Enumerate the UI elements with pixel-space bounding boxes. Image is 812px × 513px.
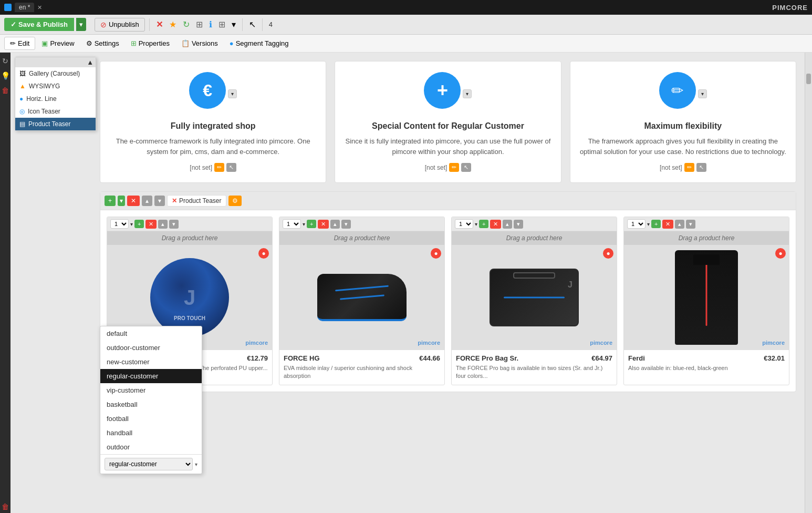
shop-card-desc: The e-commerce framework is fully integr… (109, 136, 317, 157)
dropdown-item-handball[interactable]: handball (100, 426, 202, 440)
wysiwyg-icon: ▲ (19, 83, 26, 90)
bookmark-icon-btn[interactable]: ★ (167, 17, 179, 32)
tab-icon (4, 4, 12, 11)
sidebar-bulb-icon[interactable]: 💡 (1, 71, 10, 80)
pt-add-button[interactable]: + (105, 196, 116, 206)
main-content: ↻ 💡 🗑 ▲ 🖼 Gallery (Carousel) ▲ WYSIWYG ●… (0, 53, 812, 513)
dropdown-item-football[interactable]: football (100, 412, 202, 426)
dropdown-item-outdoor2[interactable]: outdoor (100, 440, 202, 454)
flex-pointer-button[interactable]: ↖ (696, 163, 706, 172)
card-icon-row-shop: € ▾ (189, 72, 237, 115)
pt-settings-button[interactable]: ⚙ (228, 196, 242, 206)
sidebar-refresh-icon[interactable]: ↻ (2, 57, 8, 65)
secondary-toolbar: ✏ Edit ▣ Preview ⚙ Settings ⊞ Properties… (0, 35, 812, 53)
shop-edit-button[interactable]: ✏ (214, 163, 224, 172)
refresh-icon-btn[interactable]: ↻ (181, 17, 192, 32)
drag-area-force-hg[interactable]: Drag a product here (279, 231, 444, 245)
drag-area-force-bag[interactable]: Drag a product here (452, 231, 617, 245)
pi-up-force-bag[interactable]: ▴ (503, 220, 512, 229)
flex-edit-button[interactable]: ✏ (684, 163, 694, 172)
scroll-area[interactable]: ▲ 🖼 Gallery (Carousel) ▲ WYSIWYG ● Horiz… (11, 53, 805, 513)
special-edit-button[interactable]: ✏ (449, 163, 459, 172)
pi-up-force-hg[interactable]: ▴ (330, 220, 340, 229)
pi-down-force-bag[interactable]: ▾ (514, 220, 523, 229)
dropdown-item-new[interactable]: new-customer (100, 355, 202, 369)
product-item-force-bag: 1 ▾ + ✕ ▴ ▾ Drag a product here (451, 217, 617, 385)
pi-delete-force-hg[interactable]: ✕ (318, 220, 329, 229)
pi-down-force-hg[interactable]: ▾ (341, 220, 351, 229)
tab-segment-tagging[interactable]: ● Segment Tagging (224, 37, 294, 49)
tab-properties[interactable]: ⊞ Properties (126, 37, 175, 49)
scroll-thumb[interactable] (806, 74, 811, 84)
product-remove-ferdi[interactable]: ● (775, 248, 786, 259)
product-remove-force-hg[interactable]: ● (431, 248, 441, 259)
grid-icon-btn[interactable]: ⊞ (216, 17, 227, 32)
shop-icon-dropdown[interactable]: ▾ (228, 89, 237, 98)
pi-down-court[interactable]: ▾ (169, 220, 179, 229)
info-icon-btn[interactable]: ℹ (207, 17, 214, 32)
add-area-icon-btn[interactable]: ⊞ (194, 17, 205, 32)
pt-delete-button[interactable]: ✕ (127, 196, 140, 206)
dropdown-item-default[interactable]: default (100, 326, 202, 341)
top-bar-left: en * ✕ (4, 3, 42, 12)
dropdown-select[interactable]: regular-customer (105, 458, 193, 470)
tab-close-icon[interactable]: ✕ (37, 4, 42, 11)
close-icon-btn[interactable]: ✕ (154, 17, 165, 32)
brand-logo: PIMCORE (772, 4, 808, 12)
drag-area-ferdi[interactable]: Drag a product here (624, 231, 789, 245)
tab-settings[interactable]: ⚙ Settings (81, 37, 124, 49)
special-pointer-button[interactable]: ↖ (461, 163, 471, 172)
pi-delete-court[interactable]: ✕ (145, 220, 157, 229)
product-quantity-court[interactable]: 1 (110, 219, 129, 229)
component-item-horiz-line[interactable]: ● Horiz. Line (15, 93, 96, 105)
bottom-delete-icon[interactable]: 🗑 (2, 502, 9, 511)
unpublish-button[interactable]: ⊘ Unpublish (95, 18, 145, 32)
pi-up-ferdi[interactable]: ▴ (675, 220, 684, 229)
dropdown-item-vip[interactable]: vip-customer (100, 383, 202, 397)
pi-add-ferdi[interactable]: + (651, 220, 661, 228)
pi-delete-ferdi[interactable]: ✕ (662, 220, 673, 229)
flex-card-desc: The framework approach gives you full fl… (579, 136, 787, 157)
product-remove-force-bag[interactable]: ● (603, 248, 613, 259)
component-item-gallery[interactable]: 🖼 Gallery (Carousel) (15, 67, 96, 80)
component-item-wysiwyg[interactable]: ▲ WYSIWYG (15, 80, 96, 93)
pt-add-dropdown-button[interactable]: ▾ (118, 196, 125, 206)
cursor-mode-btn[interactable]: ↖ (247, 17, 258, 32)
product-quantity-force-bag[interactable]: 1 (455, 219, 473, 229)
save-publish-dropdown-button[interactable]: ▾ (76, 18, 86, 31)
pt-up-button[interactable]: ▴ (142, 196, 152, 206)
dropdown-arrow-icon-btn[interactable]: ▾ (230, 17, 238, 32)
flex-icon-dropdown[interactable]: ▾ (698, 89, 707, 98)
component-item-product-teaser[interactable]: ▤ Product Teaser (15, 118, 96, 130)
unpublish-label: Unpublish (109, 20, 139, 28)
pi-delete-force-bag[interactable]: ✕ (490, 220, 501, 229)
sidebar-trash-icon[interactable]: 🗑 (2, 86, 9, 95)
dropdown-item-regular[interactable]: regular-customer (100, 369, 202, 383)
pi-add-court[interactable]: + (134, 220, 144, 228)
pi-add-force-bag[interactable]: + (479, 220, 488, 228)
pi-down-ferdi[interactable]: ▾ (686, 220, 695, 229)
pi-add-force-hg[interactable]: + (307, 220, 316, 228)
product-quantity-ferdi[interactable]: 1 (627, 219, 646, 229)
pt-down-button[interactable]: ▾ (154, 196, 165, 206)
save-publish-button[interactable]: ✓ Save & Publish (4, 18, 74, 31)
tab-edit[interactable]: ✏ Edit (4, 37, 35, 50)
product-remove-court[interactable]: ● (258, 248, 269, 259)
component-item-icon-teaser[interactable]: ◎ Icon Teaser (15, 105, 96, 118)
pi-up-court[interactable]: ▴ (158, 220, 168, 229)
tab-versions[interactable]: 📋 Versions (176, 37, 223, 49)
dropdown-item-outdoor[interactable]: outdoor-customer (100, 341, 202, 355)
tab-label[interactable]: en * (15, 3, 34, 12)
component-panel-header[interactable]: ▲ (15, 57, 96, 67)
product-quantity-force-hg[interactable]: 1 (283, 219, 301, 229)
right-scrollbar[interactable] (805, 53, 812, 513)
top-bar: en * ✕ PIMCORE (0, 0, 812, 15)
shop-pointer-button[interactable]: ↖ (226, 163, 236, 172)
special-icon-dropdown[interactable]: ▾ (463, 89, 472, 98)
feature-card-shop: € ▾ Fully integrated shop The e-commerce… (100, 61, 326, 183)
toolbar-sep-3 (262, 18, 263, 31)
dropdown-item-basketball[interactable]: basketball (100, 397, 202, 412)
tab-preview[interactable]: ▣ Preview (36, 37, 79, 49)
toolbar-sep-2 (242, 18, 243, 31)
drag-area-court[interactable]: Drag a product here (107, 231, 272, 245)
